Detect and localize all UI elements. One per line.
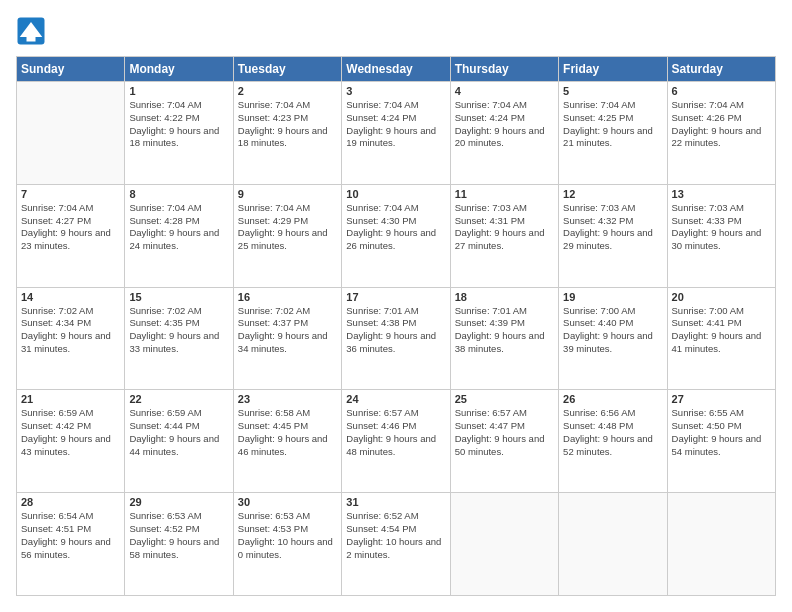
day-number: 30 (238, 496, 337, 508)
week-row: 21 Sunrise: 6:59 AMSunset: 4:42 PMDaylig… (17, 390, 776, 493)
header-row: SundayMondayTuesdayWednesdayThursdayFrid… (17, 57, 776, 82)
cell-info: Sunrise: 7:04 AMSunset: 4:24 PMDaylight:… (346, 99, 436, 148)
day-cell (667, 493, 775, 596)
week-row: 7 Sunrise: 7:04 AMSunset: 4:27 PMDayligh… (17, 184, 776, 287)
cell-info: Sunrise: 6:53 AMSunset: 4:53 PMDaylight:… (238, 510, 333, 559)
svg-rect-2 (27, 37, 36, 42)
cell-info: Sunrise: 7:04 AMSunset: 4:29 PMDaylight:… (238, 202, 328, 251)
cell-info: Sunrise: 6:53 AMSunset: 4:52 PMDaylight:… (129, 510, 219, 559)
day-number: 1 (129, 85, 228, 97)
cell-info: Sunrise: 7:04 AMSunset: 4:22 PMDaylight:… (129, 99, 219, 148)
day-number: 28 (21, 496, 120, 508)
day-cell: 2 Sunrise: 7:04 AMSunset: 4:23 PMDayligh… (233, 82, 341, 185)
day-number: 6 (672, 85, 771, 97)
day-cell: 9 Sunrise: 7:04 AMSunset: 4:29 PMDayligh… (233, 184, 341, 287)
day-cell: 23 Sunrise: 6:58 AMSunset: 4:45 PMDaylig… (233, 390, 341, 493)
day-number: 9 (238, 188, 337, 200)
cell-info: Sunrise: 7:01 AMSunset: 4:38 PMDaylight:… (346, 305, 436, 354)
day-number: 21 (21, 393, 120, 405)
day-cell: 20 Sunrise: 7:00 AMSunset: 4:41 PMDaylig… (667, 287, 775, 390)
day-cell: 30 Sunrise: 6:53 AMSunset: 4:53 PMDaylig… (233, 493, 341, 596)
cell-info: Sunrise: 6:57 AMSunset: 4:47 PMDaylight:… (455, 407, 545, 456)
cell-info: Sunrise: 6:57 AMSunset: 4:46 PMDaylight:… (346, 407, 436, 456)
day-cell: 19 Sunrise: 7:00 AMSunset: 4:40 PMDaylig… (559, 287, 667, 390)
day-number: 13 (672, 188, 771, 200)
day-cell: 15 Sunrise: 7:02 AMSunset: 4:35 PMDaylig… (125, 287, 233, 390)
cell-info: Sunrise: 7:01 AMSunset: 4:39 PMDaylight:… (455, 305, 545, 354)
cell-info: Sunrise: 7:02 AMSunset: 4:37 PMDaylight:… (238, 305, 328, 354)
day-header: Tuesday (233, 57, 341, 82)
day-cell: 10 Sunrise: 7:04 AMSunset: 4:30 PMDaylig… (342, 184, 450, 287)
day-cell: 27 Sunrise: 6:55 AMSunset: 4:50 PMDaylig… (667, 390, 775, 493)
cell-info: Sunrise: 7:02 AMSunset: 4:34 PMDaylight:… (21, 305, 111, 354)
day-cell: 5 Sunrise: 7:04 AMSunset: 4:25 PMDayligh… (559, 82, 667, 185)
day-cell (559, 493, 667, 596)
header (16, 16, 776, 46)
cell-info: Sunrise: 7:04 AMSunset: 4:27 PMDaylight:… (21, 202, 111, 251)
week-row: 1 Sunrise: 7:04 AMSunset: 4:22 PMDayligh… (17, 82, 776, 185)
day-cell: 16 Sunrise: 7:02 AMSunset: 4:37 PMDaylig… (233, 287, 341, 390)
day-cell: 11 Sunrise: 7:03 AMSunset: 4:31 PMDaylig… (450, 184, 558, 287)
cell-info: Sunrise: 7:04 AMSunset: 4:23 PMDaylight:… (238, 99, 328, 148)
day-number: 10 (346, 188, 445, 200)
day-number: 11 (455, 188, 554, 200)
day-number: 18 (455, 291, 554, 303)
day-cell: 17 Sunrise: 7:01 AMSunset: 4:38 PMDaylig… (342, 287, 450, 390)
day-cell: 22 Sunrise: 6:59 AMSunset: 4:44 PMDaylig… (125, 390, 233, 493)
day-number: 3 (346, 85, 445, 97)
day-cell: 12 Sunrise: 7:03 AMSunset: 4:32 PMDaylig… (559, 184, 667, 287)
day-cell: 29 Sunrise: 6:53 AMSunset: 4:52 PMDaylig… (125, 493, 233, 596)
cell-info: Sunrise: 7:00 AMSunset: 4:40 PMDaylight:… (563, 305, 653, 354)
day-cell: 21 Sunrise: 6:59 AMSunset: 4:42 PMDaylig… (17, 390, 125, 493)
cell-info: Sunrise: 6:59 AMSunset: 4:44 PMDaylight:… (129, 407, 219, 456)
day-cell: 28 Sunrise: 6:54 AMSunset: 4:51 PMDaylig… (17, 493, 125, 596)
cell-info: Sunrise: 7:04 AMSunset: 4:25 PMDaylight:… (563, 99, 653, 148)
day-header: Wednesday (342, 57, 450, 82)
cell-info: Sunrise: 7:03 AMSunset: 4:31 PMDaylight:… (455, 202, 545, 251)
logo (16, 16, 48, 46)
day-cell: 18 Sunrise: 7:01 AMSunset: 4:39 PMDaylig… (450, 287, 558, 390)
day-number: 14 (21, 291, 120, 303)
cell-info: Sunrise: 7:04 AMSunset: 4:26 PMDaylight:… (672, 99, 762, 148)
day-header: Thursday (450, 57, 558, 82)
day-number: 25 (455, 393, 554, 405)
day-cell (17, 82, 125, 185)
week-row: 28 Sunrise: 6:54 AMSunset: 4:51 PMDaylig… (17, 493, 776, 596)
day-number: 5 (563, 85, 662, 97)
day-number: 29 (129, 496, 228, 508)
day-number: 27 (672, 393, 771, 405)
cell-info: Sunrise: 6:58 AMSunset: 4:45 PMDaylight:… (238, 407, 328, 456)
day-cell: 8 Sunrise: 7:04 AMSunset: 4:28 PMDayligh… (125, 184, 233, 287)
day-cell: 4 Sunrise: 7:04 AMSunset: 4:24 PMDayligh… (450, 82, 558, 185)
day-cell: 7 Sunrise: 7:04 AMSunset: 4:27 PMDayligh… (17, 184, 125, 287)
day-cell: 14 Sunrise: 7:02 AMSunset: 4:34 PMDaylig… (17, 287, 125, 390)
day-cell: 1 Sunrise: 7:04 AMSunset: 4:22 PMDayligh… (125, 82, 233, 185)
day-number: 23 (238, 393, 337, 405)
page: SundayMondayTuesdayWednesdayThursdayFrid… (0, 0, 792, 612)
cell-info: Sunrise: 6:56 AMSunset: 4:48 PMDaylight:… (563, 407, 653, 456)
cell-info: Sunrise: 7:04 AMSunset: 4:30 PMDaylight:… (346, 202, 436, 251)
cell-info: Sunrise: 6:52 AMSunset: 4:54 PMDaylight:… (346, 510, 441, 559)
logo-icon (16, 16, 46, 46)
day-number: 19 (563, 291, 662, 303)
cell-info: Sunrise: 7:04 AMSunset: 4:24 PMDaylight:… (455, 99, 545, 148)
day-cell (450, 493, 558, 596)
calendar: SundayMondayTuesdayWednesdayThursdayFrid… (16, 56, 776, 596)
cell-info: Sunrise: 6:59 AMSunset: 4:42 PMDaylight:… (21, 407, 111, 456)
cell-info: Sunrise: 7:00 AMSunset: 4:41 PMDaylight:… (672, 305, 762, 354)
cell-info: Sunrise: 7:02 AMSunset: 4:35 PMDaylight:… (129, 305, 219, 354)
day-cell: 3 Sunrise: 7:04 AMSunset: 4:24 PMDayligh… (342, 82, 450, 185)
day-header: Saturday (667, 57, 775, 82)
day-cell: 24 Sunrise: 6:57 AMSunset: 4:46 PMDaylig… (342, 390, 450, 493)
day-number: 2 (238, 85, 337, 97)
day-number: 12 (563, 188, 662, 200)
day-number: 16 (238, 291, 337, 303)
day-cell: 31 Sunrise: 6:52 AMSunset: 4:54 PMDaylig… (342, 493, 450, 596)
day-header: Sunday (17, 57, 125, 82)
day-header: Friday (559, 57, 667, 82)
day-number: 22 (129, 393, 228, 405)
day-number: 7 (21, 188, 120, 200)
day-cell: 25 Sunrise: 6:57 AMSunset: 4:47 PMDaylig… (450, 390, 558, 493)
day-number: 8 (129, 188, 228, 200)
day-number: 15 (129, 291, 228, 303)
